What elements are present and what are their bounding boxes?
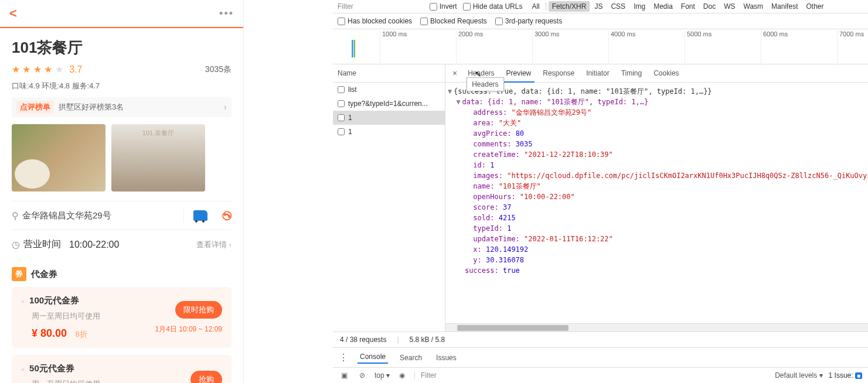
filter-ws[interactable]: WS — [720, 1, 738, 12]
drawer-tab-console[interactable]: Console — [358, 351, 388, 364]
blocked-requests-checkbox[interactable]: Blocked Requests — [420, 17, 487, 25]
filter-input[interactable]: Filter — [338, 2, 353, 11]
name-column-header[interactable]: Name — [333, 64, 445, 83]
tab-headers[interactable]: Headers ↖ Headers — [462, 64, 500, 82]
coupon-name: 50元代金券 — [21, 363, 190, 374]
filter-wasm[interactable]: Wasm — [740, 1, 767, 12]
filter-font[interactable]: Font — [678, 1, 699, 12]
network-filter-toolbar: Filter Invert Hide data URLs All Fetch/X… — [333, 0, 868, 13]
location-icon: ⚲ — [12, 210, 19, 221]
car-icon[interactable] — [193, 210, 207, 221]
shop-photo-1[interactable] — [12, 124, 105, 192]
coupon-card-1[interactable]: 100元代金券 周一至周日均可使用 ¥ 80.00 8折 限时抢购 1月4日 1… — [12, 287, 232, 348]
filter-media[interactable]: Media — [650, 1, 676, 12]
hours-row[interactable]: ◷ 营业时间 10:00-22:00 查看详情 › — [12, 230, 232, 259]
hours-time: 10:00-22:00 — [69, 240, 193, 250]
filter-manifest[interactable]: Manifest — [768, 1, 801, 12]
third-party-checkbox[interactable]: 3rd-party requests — [495, 17, 562, 25]
request-row[interactable]: 1 — [333, 125, 445, 139]
filter-js[interactable]: JS — [591, 1, 606, 12]
filter-other[interactable]: Other — [802, 1, 827, 12]
tab-response[interactable]: Response — [537, 64, 580, 82]
request-row[interactable]: type?&typeId=1&curren... — [333, 97, 445, 111]
drawer-tab-issues[interactable]: Issues — [434, 353, 459, 363]
sub-ratings: 口味:4.9 环境:4.8 服务:4.7 — [12, 81, 232, 91]
shop-photo-2[interactable]: 101 茶餐厅 — [111, 124, 205, 192]
buy-button[interactable]: 抢购 — [190, 371, 222, 384]
drawer-tab-search[interactable]: Search — [397, 353, 424, 363]
address-text: 金华路锦昌文华苑29号 — [22, 210, 174, 221]
more-icon[interactable]: ••• — [219, 8, 234, 20]
photo-gallery[interactable]: 101 茶餐厅 — [12, 124, 232, 192]
blocked-cookies-checkbox[interactable]: Has blocked cookies — [338, 17, 412, 25]
coupon-section-title: 代金券 — [31, 269, 57, 280]
mobile-header: < ••• — [0, 0, 243, 28]
rating-stars: ★ ★ ★ ★ ★ 3.7 — [12, 64, 83, 75]
review-count[interactable]: 3035条 — [205, 64, 232, 75]
network-footer: 4 / 38 requests | 5.8 kB / 5.8 — [333, 331, 868, 347]
devtools-panel: Filter Invert Hide data URLs All Fetch/X… — [333, 0, 868, 383]
network-filter-toolbar-2: Has blocked cookies Blocked Requests 3rd… — [333, 13, 868, 29]
coupon-price: ¥ 80.00 — [32, 327, 67, 339]
filter-all[interactable]: All — [528, 1, 543, 12]
detail-tabs: × Headers ↖ Headers Preview Response Ini… — [445, 64, 868, 83]
buy-button[interactable]: 限时抢购 — [175, 301, 222, 319]
transfer-size: 5.8 kB / 5.8 — [410, 336, 445, 344]
coupon-discount: 8折 — [76, 330, 87, 338]
tab-timing[interactable]: Timing — [615, 64, 648, 82]
resource-type-filters: All Fetch/XHR JS CSS Img Media Font Doc … — [528, 1, 827, 12]
invert-checkbox[interactable]: Invert — [430, 2, 457, 11]
tooltip: Headers — [467, 77, 503, 91]
coupon-name: 100元代金券 — [21, 295, 155, 306]
tab-preview[interactable]: Preview — [501, 64, 537, 82]
network-timeline[interactable]: 1000 ms 2000 ms 3000 ms 4000 ms 5000 ms … — [333, 29, 868, 64]
address-row[interactable]: ⚲ 金华路锦昌文华苑29号 ✆ — [12, 201, 232, 230]
shop-title: 101茶餐厅 — [12, 37, 232, 58]
filter-fetch-xhr[interactable]: Fetch/XHR — [549, 1, 590, 12]
context-selector[interactable]: top ▾ — [375, 371, 390, 379]
rank-badge: 点评榜单 — [16, 101, 54, 114]
rank-row[interactable]: 点评榜单 拱墅区好评榜第3名 › — [12, 97, 232, 117]
clock-icon: ◷ — [12, 239, 20, 250]
coupon-card-2[interactable]: 50元代金券 周一至周日均可使用 抢购 — [12, 355, 232, 383]
chevron-right-icon: › — [224, 102, 227, 112]
detail-link[interactable]: 查看详情 › — [196, 240, 232, 250]
hours-label: 营业时间 — [23, 238, 61, 251]
log-levels-selector[interactable]: Default levels ▾ — [775, 371, 822, 379]
phone-icon[interactable]: ✆ — [220, 211, 234, 221]
hide-dataurls-checkbox[interactable]: Hide data URLs — [463, 2, 523, 11]
filter-css[interactable]: CSS — [607, 1, 629, 12]
console-filter-input[interactable]: Filter — [414, 371, 768, 379]
back-icon[interactable]: < — [9, 6, 17, 21]
filter-img[interactable]: Img — [630, 1, 649, 12]
request-row[interactable]: list — [333, 83, 445, 97]
coupon-section-header: 券 代金券 — [12, 267, 232, 281]
coupon-tag-icon: 券 — [12, 267, 26, 281]
tab-initiator[interactable]: Initiator — [580, 64, 615, 82]
clear-console-icon[interactable]: ⊘ — [357, 370, 367, 381]
coupon-desc: 周一至周日均可使用 — [21, 379, 190, 383]
horizontal-scrollbar[interactable] — [445, 323, 868, 331]
request-detail-pane: × Headers ↖ Headers Preview Response Ini… — [445, 64, 868, 331]
eye-icon[interactable]: ◉ — [397, 370, 407, 381]
close-icon[interactable]: × — [448, 66, 462, 80]
rating-value: 3.7 — [69, 64, 82, 74]
coupon-timerange: 1月4日 10:09 ~ 12:09 — [155, 324, 222, 334]
rank-text: 拱墅区好评榜第3名 — [59, 102, 219, 112]
request-list: Name list type?&typeId=1&curren... 1 1 — [333, 64, 445, 331]
json-preview[interactable]: ▼{success: true, data: {id: 1, name: "10… — [445, 83, 868, 323]
filter-doc[interactable]: Doc — [700, 1, 719, 12]
drawer-menu-icon[interactable]: ⋮ — [339, 352, 348, 363]
request-row-selected[interactable]: 1 — [333, 111, 445, 125]
coupon-desc: 周一至周日均可使用 — [21, 311, 155, 322]
cursor-icon: ↖ — [475, 69, 482, 78]
console-sidebar-icon[interactable]: ▣ — [339, 370, 350, 381]
tab-cookies[interactable]: Cookies — [648, 64, 685, 82]
issues-badge[interactable]: 1 Issue: ■ — [829, 371, 862, 379]
request-count: 4 / 38 requests — [340, 336, 386, 344]
mobile-app-view: < ••• 101茶餐厅 ★ ★ ★ ★ ★ 3.7 3035条 口味:4.9 … — [0, 0, 244, 383]
drawer-tabs: ⋮ Console Search Issues — [333, 347, 868, 367]
console-toolbar: ▣ ⊘ top ▾ ◉ Filter Default levels ▾ 1 Is… — [333, 367, 868, 383]
